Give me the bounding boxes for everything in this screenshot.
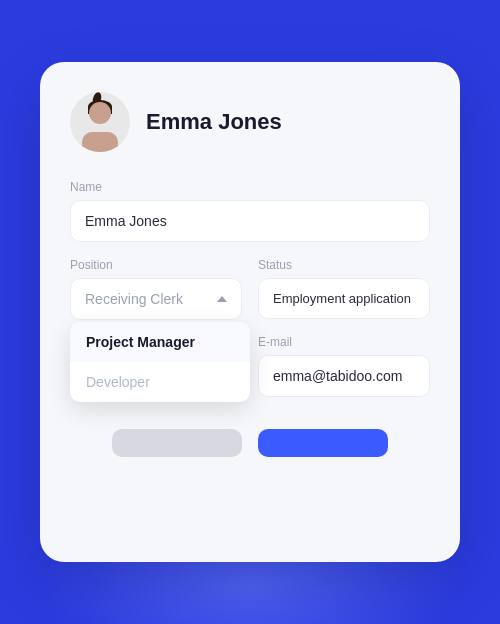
cancel-button[interactable] (112, 429, 242, 457)
name-input[interactable] (70, 200, 430, 242)
position-dropdown-wrapper: Receiving Clerk Project Manager Develope… (70, 278, 242, 320)
position-status-row: Position Receiving Clerk Project Manager… (70, 258, 430, 397)
avatar-head (89, 102, 111, 124)
email-section: E-mail (258, 335, 430, 397)
user-name: Emma Jones (146, 109, 282, 135)
position-current-value: Receiving Clerk (85, 291, 183, 307)
button-row (70, 429, 430, 457)
status-section: Status E-mail (258, 258, 430, 397)
user-header: Emma Jones (70, 92, 430, 152)
position-dropdown-menu: Project Manager Developer (70, 322, 250, 402)
avatar (70, 92, 130, 152)
status-input[interactable] (258, 278, 430, 319)
email-label: E-mail (258, 335, 430, 349)
dropdown-item-project-manager[interactable]: Project Manager (70, 322, 250, 362)
position-dropdown-trigger[interactable]: Receiving Clerk (70, 278, 242, 320)
dropdown-item-developer[interactable]: Developer (70, 362, 250, 402)
save-button[interactable] (258, 429, 388, 457)
name-section: Name (70, 180, 430, 242)
status-label: Status (258, 258, 430, 272)
position-label: Position (70, 258, 242, 272)
avatar-figure (81, 102, 119, 152)
form-card: Emma Jones Name Position Receiving Clerk… (40, 62, 460, 562)
name-label: Name (70, 180, 430, 194)
email-input[interactable] (258, 355, 430, 397)
avatar-body (82, 132, 118, 152)
position-section: Position Receiving Clerk Project Manager… (70, 258, 242, 397)
chevron-up-icon (217, 296, 227, 302)
